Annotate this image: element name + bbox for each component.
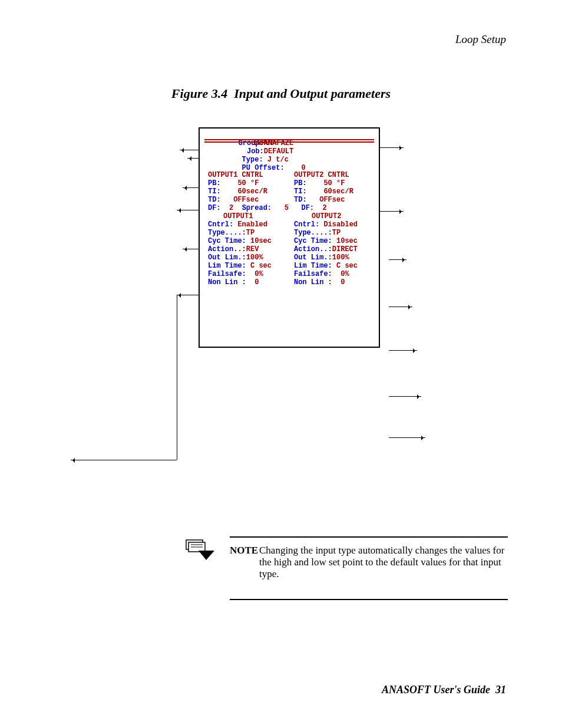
o1-type: TP [246,229,254,237]
o2-outlim: 100% [332,253,349,262]
out2-cntrl-header: OUTPUT2 CNTRL [294,171,349,179]
spread-value: 5 [285,204,289,212]
o1-cyc: 10sec [250,237,272,245]
o1-limtime: C sec [250,262,272,270]
o2-df: 2 [322,204,326,212]
output1-header: OUTPUT1 [223,212,253,220]
input-section-header: INPUT [253,139,274,147]
out1-cntrl-header: OUTPUT1 CNTRL [208,171,263,179]
o2-cyc: 10sec [336,237,358,245]
output2-header: OUTPUT2 [312,212,341,220]
o2-pb: 50 °F [323,179,345,187]
o1-nonlin: 0 [254,278,259,286]
figure-caption: Figure 3.4 Input and Output parameters [0,86,562,101]
o1-cntrl: Enabled [237,220,267,229]
o2-nonlin: 0 [340,278,345,286]
o1-td: OFFsec [233,196,259,204]
running-header: Loop Setup [455,33,506,46]
note-rule-bottom [230,599,508,600]
o1-outlim: 100% [246,253,263,262]
o2-action: DIRECT [332,245,358,253]
o1-failsafe: 0% [254,270,263,278]
svg-marker-4 [199,551,214,560]
page-footer: ANASOFT User's Guide 31 [382,684,506,696]
note-rule-top [230,536,508,538]
note-body: Changing the input type automatically ch… [259,545,508,580]
figure-title: Input and Output parameters [234,86,391,101]
o2-ti: 60sec/R [323,187,353,196]
footer-page: 31 [495,684,506,696]
figure-number: Figure 3.4 [171,86,227,101]
o2-failsafe: 0% [340,270,349,278]
o2-cntrl: Disabled [323,220,358,229]
o1-action: REV [246,245,259,253]
note-icon [183,532,214,560]
o2-type: TP [332,229,340,237]
note-label: NOTE [230,545,258,556]
o2-limtime: C sec [336,262,358,270]
o1-df: 2 [229,204,233,212]
o1-ti: 60sec/R [237,187,267,196]
screenshot-panel: Group:ANAFAZE Job:DEFAULT INPUT Type: J … [199,127,380,348]
o1-pb: 50 °F [237,179,259,187]
spread-label: Spread: [242,204,272,212]
o2-td: OFFsec [319,196,345,204]
footer-doc: ANASOFT User's Guide [382,684,490,696]
